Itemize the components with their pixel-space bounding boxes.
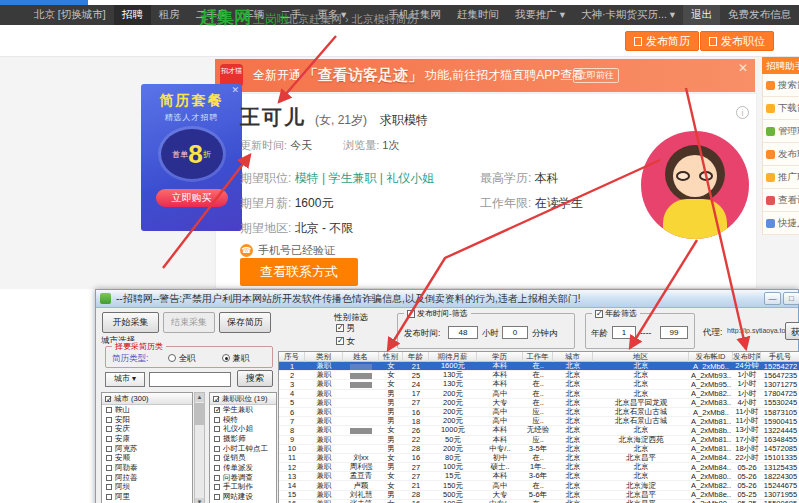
stop-collect-button[interactable]: 结束采集 xyxy=(163,312,215,333)
city-list-item[interactable]: 安阳 xyxy=(102,415,192,425)
job-list-item[interactable]: 手工制作 xyxy=(210,483,276,493)
topnav-item[interactable]: 租房 xyxy=(151,5,188,25)
hours-input[interactable]: 48 xyxy=(448,326,478,339)
resume-package-ad[interactable]: ✕ 简历套餐 精选人才招聘 首单 8 折 立即购买 xyxy=(141,84,242,231)
job-list-item[interactable]: 礼仪小姐 xyxy=(210,424,276,434)
job-list-item[interactable]: 问卷调查 xyxy=(210,473,276,483)
table-header-cell[interactable]: 类别 xyxy=(305,352,343,362)
table-header-cell[interactable]: 年龄 xyxy=(403,352,429,362)
job-list-header[interactable]: 兼职职位 (19) xyxy=(210,393,276,405)
job-list-item[interactable]: 促销员 xyxy=(210,453,276,463)
sidebar-item[interactable]: 快捷入口 xyxy=(762,212,799,235)
city-list-item[interactable]: 阿克苏 xyxy=(102,444,192,454)
checkbox-icon[interactable] xyxy=(214,417,220,423)
table-header-cell[interactable]: 序号 xyxy=(279,352,305,362)
checkbox-icon[interactable] xyxy=(214,465,220,471)
checkbox-icon[interactable] xyxy=(106,446,112,452)
ganji-logo[interactable]: 赶集网上岗啦 xyxy=(200,6,289,29)
topnav-item[interactable]: 我要推广 ▾ xyxy=(507,5,573,25)
table-header-cell[interactable]: 地区 xyxy=(593,352,689,362)
job-list-item[interactable]: 学生兼职 xyxy=(210,405,276,415)
sidebar-item[interactable]: 管理职位 xyxy=(762,120,799,143)
sidebar-item[interactable]: 查看订单 xyxy=(762,189,799,212)
table-header-cell[interactable]: 性别 xyxy=(379,352,403,362)
checkbox-icon[interactable] xyxy=(106,407,112,413)
minimize-button[interactable]: — xyxy=(764,292,781,305)
checkbox-icon[interactable] xyxy=(214,494,220,500)
checkbox-icon[interactable] xyxy=(106,455,112,461)
breadcrumb-page[interactable]: 北京模特简历 xyxy=(352,13,418,25)
scroll-up-icon[interactable]: ▲ xyxy=(195,393,204,402)
city-list-header[interactable]: 城市 (300) xyxy=(102,393,192,405)
breadcrumb-root[interactable]: 北京赶集网 xyxy=(287,13,342,25)
city-list-item[interactable]: 安庆 xyxy=(102,424,192,434)
ad-buy-button[interactable]: 立即购买 xyxy=(156,189,228,207)
age-min-input[interactable]: 1 xyxy=(612,326,636,339)
sidebar-item[interactable]: 搜索简历 xyxy=(762,74,799,97)
city-list-item[interactable]: 阿坝 xyxy=(102,483,192,493)
search-button[interactable]: 搜索 xyxy=(237,370,273,387)
job-list-item[interactable]: 小时工钟点工 xyxy=(210,444,276,454)
table-header-cell[interactable]: 发布时间 xyxy=(733,352,761,362)
scroll-thumb[interactable] xyxy=(195,403,204,425)
table-header-cell[interactable]: 城市 xyxy=(553,352,593,362)
city-list-item[interactable]: 阿拉善 xyxy=(102,473,192,483)
checkbox-icon[interactable] xyxy=(214,484,220,490)
ad-close-icon[interactable]: ✕ xyxy=(231,85,239,95)
filter-input[interactable] xyxy=(149,372,231,387)
job-list-item[interactable]: 摄影师 xyxy=(210,434,276,444)
table-header-cell[interactable]: 学历 xyxy=(477,352,523,362)
checkbox-icon[interactable] xyxy=(106,426,112,432)
checkbox-icon[interactable] xyxy=(214,426,220,432)
checkbox-icon[interactable] xyxy=(214,455,220,461)
banner-go-button[interactable]: 立即前往 xyxy=(573,68,619,83)
checkbox-icon[interactable] xyxy=(214,446,220,452)
checkbox-icon[interactable] xyxy=(106,417,112,423)
job-list-item[interactable]: 模特 xyxy=(210,415,276,425)
time-filter-legend[interactable]: 发布时间-筛选 xyxy=(404,308,471,319)
topnav-item[interactable]: 招聘 xyxy=(114,5,151,25)
city-list-item[interactable]: 安顺 xyxy=(102,453,192,463)
city-list-scrollbar[interactable]: ▲ ▼ xyxy=(194,392,205,503)
banner-close-icon[interactable]: ✕ xyxy=(738,61,748,75)
publish-resume-button[interactable]: 发布简历 xyxy=(625,31,699,51)
table-header-cell[interactable]: 工作年 xyxy=(523,352,553,362)
checkbox-icon[interactable] xyxy=(106,475,112,481)
proxy-fetch-button[interactable]: 获取 xyxy=(785,322,799,340)
male-checkbox[interactable]: 男 xyxy=(336,323,355,335)
female-checkbox[interactable]: 女 xyxy=(336,336,355,348)
info-icon[interactable]: i xyxy=(736,106,749,119)
table-header-cell[interactable]: 发布帐ID xyxy=(689,352,733,362)
city-list-item[interactable]: 阿勒泰 xyxy=(102,463,192,473)
checkbox-icon[interactable] xyxy=(106,465,112,471)
table-header-cell[interactable]: 期待月薪 xyxy=(429,352,477,362)
city-list-item[interactable]: 阿里 xyxy=(102,492,192,502)
sidebar-item[interactable]: 下载简历 xyxy=(762,97,799,120)
type-full-radio[interactable]: 全职 xyxy=(168,353,195,365)
checkbox-icon[interactable] xyxy=(214,407,220,413)
sidebar-item[interactable]: 发布职位 xyxy=(762,143,799,166)
topnav-item[interactable]: 退出 xyxy=(683,5,720,25)
job-list-item[interactable]: 网站建设 xyxy=(210,492,276,502)
minutes-input[interactable]: 0 xyxy=(502,326,528,339)
topnav-item[interactable]: 赶集时间 xyxy=(449,5,507,25)
position-links[interactable]: 模特 | 学生兼职 | 礼仪小姐 xyxy=(295,171,435,185)
type-part-radio[interactable]: 兼职 xyxy=(222,353,249,365)
topnav-item[interactable]: 大神·卡期货买历... ▾ xyxy=(573,5,683,25)
publish-job-button[interactable]: 发布职位 xyxy=(700,31,774,51)
city-list-item[interactable]: 鞍山 xyxy=(102,405,192,415)
sidebar-item[interactable]: 推广职位 xyxy=(762,166,799,189)
table-header-cell[interactable]: 手机号 xyxy=(761,352,799,362)
save-resume-button[interactable]: 保存简历 xyxy=(219,312,271,333)
checkbox-icon[interactable] xyxy=(106,436,112,442)
city-dropdown[interactable]: 城市 ▾ xyxy=(105,372,145,387)
checkbox-icon[interactable] xyxy=(214,475,220,481)
table-header-cell[interactable]: 姓名 xyxy=(343,352,379,362)
maximize-button[interactable]: □ xyxy=(783,292,799,305)
age-filter-legend[interactable]: 年龄筛选 xyxy=(592,308,640,319)
checkbox-icon[interactable] xyxy=(106,494,112,500)
checkbox-icon[interactable] xyxy=(214,436,220,442)
city-list-item[interactable]: 安康 xyxy=(102,434,192,444)
app-titlebar[interactable]: --招聘网--警告:严禁用户利用本网站所开发软件传播色情诈骗信息,以及倒卖资料的… xyxy=(96,290,798,308)
start-collect-button[interactable]: 开始采集 xyxy=(102,312,159,333)
